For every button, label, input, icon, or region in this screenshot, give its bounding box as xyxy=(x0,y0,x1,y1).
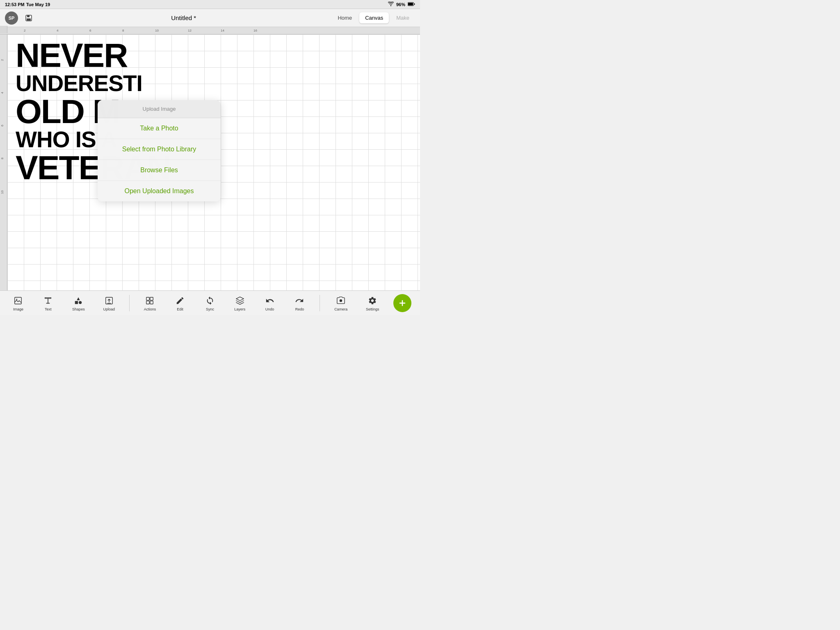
svg-point-7 xyxy=(16,299,18,300)
document-title: Untitled * xyxy=(171,14,196,21)
tool-text-label: Text xyxy=(45,307,52,311)
camera-icon xyxy=(335,295,347,306)
tool-image[interactable]: Image xyxy=(8,293,28,313)
svg-rect-2 xyxy=(414,3,415,5)
nav-bar: SP Untitled * Home Canvas Make xyxy=(0,9,420,27)
svg-rect-11 xyxy=(146,297,149,300)
tool-undo[interactable]: Undo xyxy=(260,293,280,313)
canvas-area: 2 4 6 8 10 NEVER UNDERESTI OLD M WHO IS … xyxy=(0,34,420,290)
battery-display: 96% xyxy=(396,2,405,7)
text-line-2: UNDERESTI xyxy=(16,72,171,95)
image-icon xyxy=(12,295,24,306)
photo-library-option[interactable]: Select from Photo Library xyxy=(98,139,221,160)
undo-icon xyxy=(264,295,276,306)
text-icon xyxy=(42,295,54,306)
tool-layers-label: Layers xyxy=(234,307,245,311)
battery-icon xyxy=(408,2,415,7)
tool-edit-label: Edit xyxy=(177,307,183,311)
dropdown-header: Upload Image xyxy=(98,100,221,118)
svg-rect-4 xyxy=(27,15,30,17)
open-uploaded-option[interactable]: Open Uploaded Images xyxy=(98,181,221,201)
tool-image-label: Image xyxy=(13,307,23,311)
text-line-1: NEVER xyxy=(16,39,171,72)
tool-actions[interactable]: Actions xyxy=(140,293,160,313)
tool-sync-label: Sync xyxy=(206,307,214,311)
tool-camera-label: Camera xyxy=(334,307,347,311)
layers-icon xyxy=(234,295,246,306)
tool-sync[interactable]: Sync xyxy=(200,293,220,313)
settings-icon xyxy=(367,295,378,306)
date-display: Tue May 19 xyxy=(26,2,50,7)
canvas-bg[interactable]: NEVER UNDERESTI OLD M WHO IS A VETERAN U… xyxy=(7,34,420,290)
tool-shapes-label: Shapes xyxy=(72,307,85,311)
redo-icon xyxy=(294,295,305,306)
svg-rect-9 xyxy=(75,301,78,304)
save-button[interactable] xyxy=(22,11,35,25)
browse-files-option[interactable]: Browse Files xyxy=(98,160,221,181)
tool-text[interactable]: Text xyxy=(38,293,58,313)
make-it-button[interactable] xyxy=(393,294,411,312)
svg-rect-1 xyxy=(408,3,413,5)
toolbar-divider-2 xyxy=(320,295,320,311)
tool-settings[interactable]: Settings xyxy=(362,293,383,313)
tool-shapes[interactable]: Shapes xyxy=(68,293,89,313)
tool-actions-label: Actions xyxy=(144,307,156,311)
svg-rect-13 xyxy=(146,301,149,304)
shapes-icon xyxy=(73,295,84,306)
toolbar-divider xyxy=(129,295,130,311)
edit-icon xyxy=(174,295,186,306)
tool-edit[interactable]: Edit xyxy=(170,293,190,313)
upload-icon xyxy=(103,295,115,306)
tool-redo[interactable]: Redo xyxy=(290,293,309,313)
tool-layers[interactable]: Layers xyxy=(230,293,250,313)
time-display: 12:53 PM xyxy=(5,2,25,7)
sync-icon xyxy=(204,295,216,306)
wifi-icon xyxy=(388,2,394,7)
tab-home[interactable]: Home xyxy=(332,12,358,23)
svg-rect-12 xyxy=(150,297,153,300)
actions-icon xyxy=(144,295,155,306)
avatar-button[interactable]: SP xyxy=(5,11,18,25)
status-bar: 12:53 PM Tue May 19 96% xyxy=(0,0,420,9)
svg-rect-6 xyxy=(15,297,22,304)
take-photo-option[interactable]: Take a Photo xyxy=(98,118,221,139)
svg-point-8 xyxy=(79,301,82,304)
bottom-toolbar: Image Text Shapes Upload Actions Edit xyxy=(0,290,420,315)
svg-rect-5 xyxy=(27,18,31,21)
upload-image-dropdown: Upload Image Take a Photo Select from Ph… xyxy=(98,100,221,201)
tool-upload[interactable]: Upload xyxy=(99,293,119,313)
svg-rect-14 xyxy=(150,301,153,304)
tool-camera[interactable]: Camera xyxy=(330,293,352,313)
tool-upload-label: Upload xyxy=(103,307,115,311)
tab-make: Make xyxy=(390,12,415,23)
tool-settings-label: Settings xyxy=(366,307,379,311)
tool-undo-label: Undo xyxy=(265,307,274,311)
tool-redo-label: Redo xyxy=(295,307,304,311)
ruler-left: 2 4 6 8 10 xyxy=(0,34,7,290)
tab-canvas[interactable]: Canvas xyxy=(359,12,389,23)
ruler-top: 2 4 6 8 10 12 14 16 xyxy=(0,27,420,34)
